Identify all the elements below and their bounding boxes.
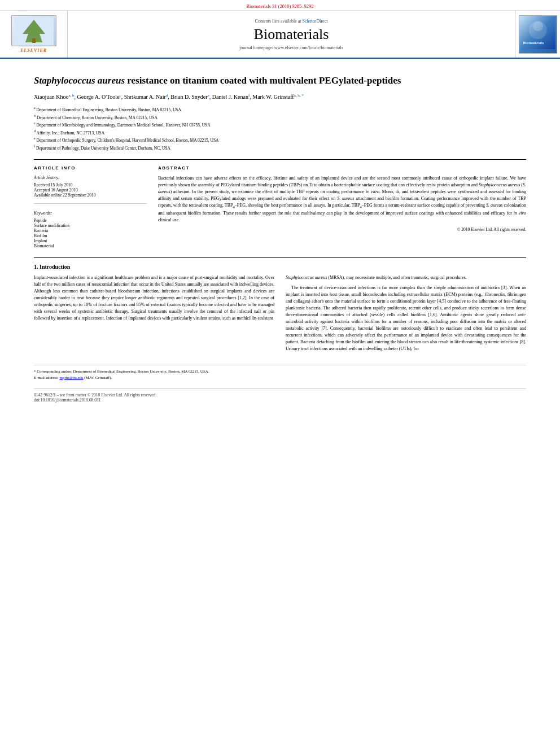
abstract-heading: ABSTRACT bbox=[158, 165, 526, 171]
copyright-notice: © 2010 Elsevier Ltd. All rights reserved… bbox=[158, 227, 526, 232]
journal-center: Contents lists available at ScienceDirec… bbox=[68, 11, 515, 58]
keyword-5: Implant bbox=[34, 238, 147, 243]
keywords-label: Keywords: bbox=[34, 211, 147, 216]
biomaterials-logo-area: Biomaterials bbox=[515, 11, 560, 58]
author1-sup: a, b bbox=[68, 93, 74, 98]
intro-body-columns: Implant-associated infection is a signif… bbox=[34, 274, 526, 356]
aff-d: d Affinity, Inc., Durham, NC 27713, USA bbox=[34, 129, 526, 137]
footnote-corresponding: * Corresponding author. Department of Bi… bbox=[34, 369, 526, 375]
article-history: Article history: Received 15 July 2010 A… bbox=[34, 175, 147, 204]
elsevier-text: ELSEVIER bbox=[20, 48, 47, 53]
intro-col-left: Implant-associated infection is a signif… bbox=[34, 274, 274, 356]
journal-header: ELSEVIER Contents lists available at Sci… bbox=[0, 11, 560, 59]
keywords-section: Keywords: Peptide Surface modification B… bbox=[34, 211, 147, 248]
available-date: Available online 22 September 2010 bbox=[34, 193, 147, 198]
svg-text:Biomaterials: Biomaterials bbox=[523, 41, 544, 45]
citation-text: Biomaterials 31 (2010) 9285–9292 bbox=[246, 3, 313, 9]
svg-rect-2 bbox=[32, 38, 36, 43]
abstract-column: ABSTRACT Bacterial infections can have a… bbox=[158, 165, 526, 248]
author6-sup: a, b, * bbox=[294, 93, 304, 98]
keyword-4: Biofilm bbox=[34, 233, 147, 238]
accepted-date: Accepted 16 August 2010 bbox=[34, 187, 147, 193]
keyword-2: Surface modification bbox=[34, 223, 147, 228]
author6-name: , Mark W. Grinstaff bbox=[250, 94, 294, 100]
keyword-1: Peptide bbox=[34, 218, 147, 223]
svg-point-5 bbox=[533, 21, 543, 31]
title-normal-part: resistance on titanium coated with multi… bbox=[125, 75, 401, 86]
info-abstract-section: ARTICLE INFO Article history: Received 1… bbox=[34, 159, 526, 248]
aff-b: b Department of Chemistry, Boston Univer… bbox=[34, 113, 526, 121]
email-label: E-mail address: bbox=[34, 375, 59, 380]
intro-col-right: Staphylococcus aureus (MRSA), may necess… bbox=[286, 274, 526, 356]
abstract-text: Bacterial infections can have adverse ef… bbox=[158, 175, 526, 224]
aff-a: a Department of Biomedical Engineering, … bbox=[34, 106, 526, 113]
authors-line: Xiaojuan Khooa, b, George A. O'Toolec, S… bbox=[34, 93, 526, 101]
author1-name: Xiaojuan Khoo bbox=[34, 94, 68, 100]
aff-e: e Department of Orthopedic Surgery, Chil… bbox=[34, 136, 526, 144]
article-info-column: ARTICLE INFO Article history: Received 1… bbox=[34, 165, 147, 248]
bottom-info: 0142-9612/$ – see front matter © 2010 El… bbox=[34, 388, 526, 403]
intro-para1: Implant-associated infection is a signif… bbox=[34, 274, 274, 322]
sciencedirect-link: Contents lists available at ScienceDirec… bbox=[255, 19, 328, 24]
biomaterials-logo-image: Biomaterials bbox=[519, 15, 557, 54]
keyword-6: Biomaterial bbox=[34, 243, 147, 248]
elsevier-logo: ELSEVIER bbox=[11, 15, 56, 53]
author2-name: , George A. O'Toole bbox=[75, 94, 120, 100]
intro-para2: Staphylococcus aureus (MRSA), may necess… bbox=[286, 274, 526, 281]
article-info-heading: ARTICLE INFO bbox=[34, 165, 147, 171]
issn-line: 0142-9612/$ – see front matter © 2010 El… bbox=[34, 392, 526, 397]
article-content: Staphylococcus aureus resistance on tita… bbox=[0, 59, 560, 414]
email-suffix: (M.W. Grinstaff). bbox=[84, 375, 112, 380]
citation-bar: Biomaterials 31 (2010) 9285–9292 bbox=[0, 0, 560, 11]
email-link[interactable]: mgrin@bu.edu bbox=[60, 375, 84, 380]
intro-heading: 1. Introduction bbox=[34, 264, 526, 270]
received-date: Received 15 July 2010 bbox=[34, 182, 147, 187]
journal-homepage: journal homepage: www.elsevier.com/locat… bbox=[239, 45, 343, 50]
elsevier-logo-area: ELSEVIER bbox=[0, 11, 68, 58]
footnote-area: * Corresponding author. Department of Bi… bbox=[34, 365, 526, 381]
author5-name: , Daniel J. Kenan bbox=[209, 94, 248, 100]
journal-title: Biomaterials bbox=[254, 26, 329, 43]
title-italic-part: Staphylococcus aureus bbox=[34, 75, 125, 86]
article-title: Staphylococcus aureus resistance on tita… bbox=[34, 75, 526, 87]
sciencedirect-anchor[interactable]: ScienceDirect bbox=[303, 19, 328, 24]
aff-f: f Department of Pathology, Duke Universi… bbox=[34, 144, 526, 152]
aff-c: c Department of Microbiology and Immunol… bbox=[34, 121, 526, 129]
footnote-email: E-mail address: mgrin@bu.edu (M.W. Grins… bbox=[34, 375, 526, 381]
introduction-section: 1. Introduction Implant-associated infec… bbox=[34, 257, 526, 356]
author4-name: , Brian D. Snyder bbox=[168, 94, 207, 100]
author3-name: , Shrikumar A. Nair bbox=[121, 94, 166, 100]
affiliations: a Department of Biomedical Engineering, … bbox=[34, 106, 526, 151]
keyword-3: Bacteria bbox=[34, 228, 147, 233]
history-label: Article history: bbox=[34, 175, 147, 180]
intro-para3: The treatment of device-associated infec… bbox=[286, 285, 526, 352]
doi-line: doi:10.1016/j.biomaterials.2010.08.031 bbox=[34, 397, 526, 403]
elsevier-tree-image bbox=[11, 15, 56, 46]
